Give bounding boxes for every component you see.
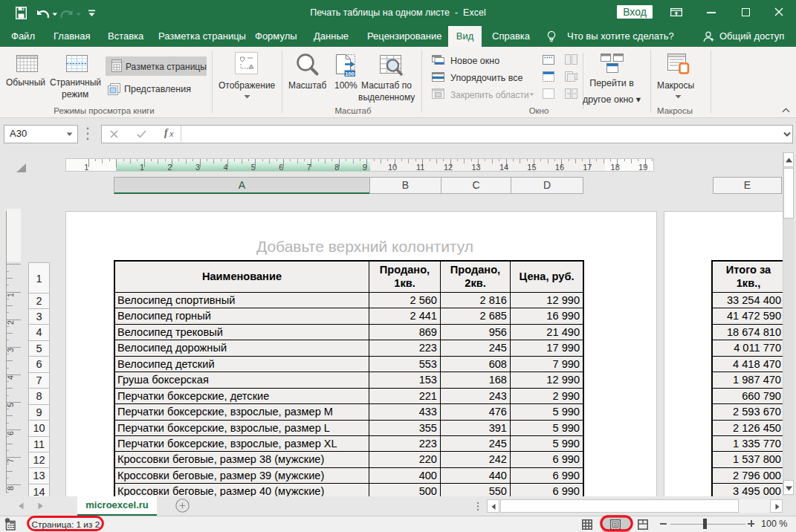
svg-text:100: 100: [345, 71, 355, 77]
